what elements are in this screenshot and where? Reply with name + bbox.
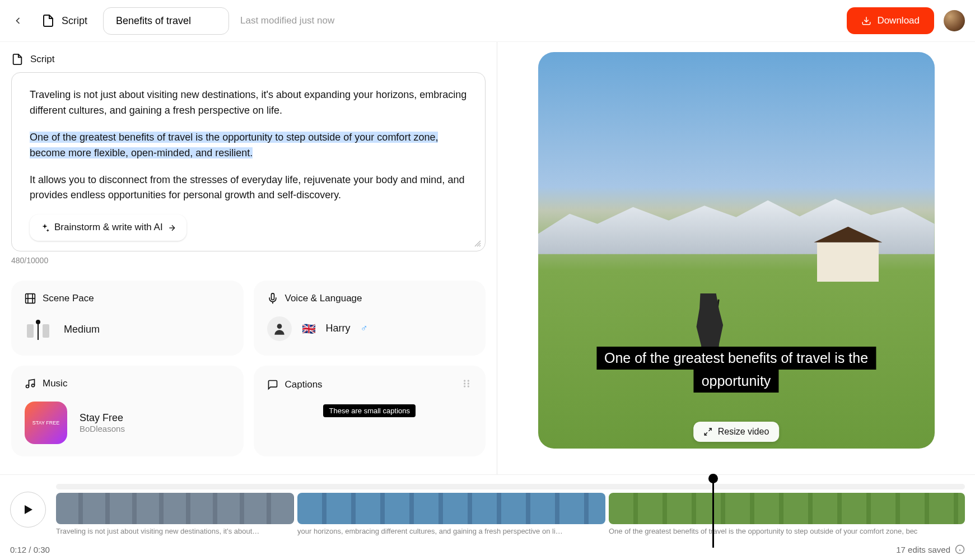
captions-title: Captions — [285, 379, 323, 390]
svg-point-12 — [36, 320, 40, 324]
resize-video-label: Resize video — [718, 427, 769, 437]
scene-pace-value: Medium — [64, 324, 100, 335]
app-header: Script Last modified just now Download — [0, 0, 975, 42]
svg-rect-10 — [43, 324, 49, 338]
play-button[interactable] — [10, 492, 46, 528]
download-icon — [861, 16, 871, 26]
caption-overlay: One of the greatest benefits of travel i… — [596, 347, 876, 393]
caption-icon — [267, 379, 278, 390]
svg-point-20 — [468, 382, 469, 384]
script-textarea[interactable]: Traveling is not just about visiting new… — [11, 72, 486, 251]
clip-2-caption: your horizons, embracing different cultu… — [297, 527, 605, 535]
person-icon — [272, 321, 287, 336]
script-paragraph-2-highlighted: One of the greatest benefits of travel i… — [30, 132, 438, 158]
chevron-left-icon — [12, 15, 24, 26]
timeline-track[interactable]: Traveling is not just about visiting new… — [56, 484, 965, 535]
music-title: Music — [43, 378, 67, 389]
script-paragraph-3: It allows you to disconnect from the str… — [30, 172, 467, 204]
scene-pace-title: Scene Pace — [43, 293, 94, 304]
timeline-clip-1[interactable] — [56, 493, 294, 524]
captions-card[interactable]: Captions These are small captions — [254, 366, 486, 456]
resize-handle-icon[interactable] — [474, 240, 482, 248]
script-heading: Script — [30, 54, 54, 65]
download-label: Download — [877, 15, 920, 26]
svg-point-14 — [277, 324, 282, 329]
pace-medium-icon — [25, 316, 52, 343]
back-button[interactable] — [10, 13, 26, 29]
info-icon[interactable] — [955, 544, 965, 554]
scene-pace-card[interactable]: Scene Pace Medium — [11, 281, 244, 356]
timeline-clip-3[interactable] — [609, 493, 965, 524]
svg-point-19 — [464, 382, 465, 384]
download-button[interactable]: Download — [847, 7, 934, 34]
microphone-icon — [267, 293, 278, 304]
music-artist: BoDleasons — [80, 424, 125, 433]
scrub-bar[interactable] — [56, 484, 965, 489]
voice-language-card[interactable]: Voice & Language 🇬🇧 Harry ♂ — [254, 281, 486, 356]
film-icon — [25, 293, 36, 304]
script-paragraph-1: Traveling is not just about visiting new… — [30, 87, 467, 119]
timeline-clip-2[interactable] — [297, 493, 605, 524]
clip-1-caption: Traveling is not just about visiting new… — [56, 527, 294, 535]
edits-saved: 17 edits saved — [896, 545, 950, 554]
play-icon — [21, 503, 35, 516]
project-title-input[interactable] — [103, 7, 229, 35]
voice-title: Voice & Language — [285, 293, 362, 304]
music-card[interactable]: Music STAY FREE Stay Free BoDleasons — [11, 366, 244, 456]
svg-line-24 — [705, 432, 707, 435]
svg-point-17 — [464, 380, 465, 381]
preview-pane: One of the greatest benefits of travel i… — [497, 42, 975, 474]
video-preview[interactable]: One of the greatest benefits of travel i… — [538, 52, 935, 449]
music-note-icon — [25, 378, 36, 389]
expand-icon — [703, 427, 712, 436]
svg-marker-25 — [25, 505, 32, 514]
ai-button-label: Brainstorm & write with AI — [54, 220, 163, 235]
svg-rect-9 — [27, 324, 34, 338]
document-icon — [41, 14, 55, 27]
sparkle-icon — [40, 223, 50, 233]
script-label: Script — [62, 15, 87, 27]
svg-line-4 — [479, 245, 480, 246]
house-graphic — [817, 242, 879, 282]
voice-avatar — [267, 316, 292, 341]
svg-point-15 — [26, 385, 29, 388]
music-track-name: Stay Free — [80, 412, 125, 424]
resize-video-button[interactable]: Resize video — [693, 422, 780, 442]
caption-sample-chip: These are small captions — [323, 404, 416, 417]
svg-point-21 — [464, 385, 465, 387]
document-icon — [11, 53, 24, 66]
playback-time: 0:12 / 0:30 — [10, 545, 50, 554]
script-section-header: Script — [11, 53, 486, 66]
clip-3-caption: One of the greatest benefits of travel i… — [609, 527, 965, 535]
svg-point-16 — [32, 384, 35, 387]
svg-point-22 — [468, 385, 469, 387]
flag-icon: 🇬🇧 — [302, 322, 316, 335]
brainstorm-ai-button[interactable]: Brainstorm & write with AI — [30, 214, 186, 240]
timeline-section: Traveling is not just about visiting new… — [0, 474, 975, 560]
left-pane: Script Traveling is not just about visit… — [0, 42, 497, 474]
drag-handle-icon[interactable] — [461, 378, 472, 392]
caption-line-2: opportunity — [694, 370, 779, 393]
voice-name: Harry — [326, 323, 351, 334]
arrow-right-icon — [167, 223, 176, 232]
caption-line-1: One of the greatest benefits of travel i… — [596, 347, 876, 370]
svg-line-23 — [708, 428, 711, 431]
last-modified-text: Last modified just now — [240, 15, 334, 26]
music-cover-text: STAY FREE — [32, 420, 60, 426]
svg-point-18 — [468, 380, 469, 381]
playhead[interactable] — [712, 480, 714, 548]
music-cover: STAY FREE — [25, 402, 67, 444]
user-avatar[interactable] — [944, 10, 965, 31]
gender-icon: ♂ — [361, 323, 368, 334]
char-counter: 480/10000 — [11, 256, 486, 265]
